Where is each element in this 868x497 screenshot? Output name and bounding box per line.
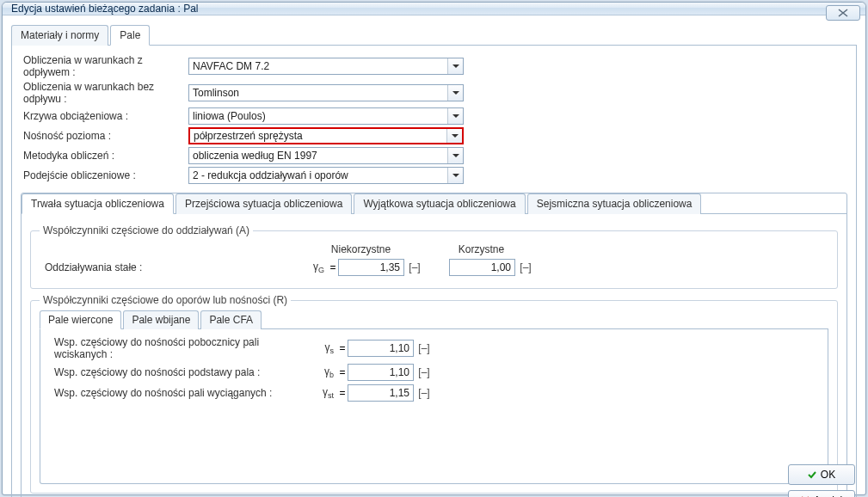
ok-button[interactable]: OK xyxy=(788,464,855,485)
form-row-drained: Obliczenia w warunkach z odpływem : NAVF… xyxy=(21,54,847,78)
eq-b: = xyxy=(337,366,348,378)
main-tabs: Materiały i normy Pale xyxy=(11,24,857,46)
label-approach: Podejście obliczeniowe : xyxy=(21,169,188,181)
combo-drained-value: NAVFAC DM 7.2 xyxy=(188,58,464,75)
window-title: Edycja ustawień bieżącego zadania : Pal xyxy=(11,3,198,15)
situation-tabs: Trwała sytuacja obliczeniowa Przejściowa… xyxy=(22,193,846,214)
symbol-gamma-g: γG xyxy=(298,261,328,274)
tab-driven-piles[interactable]: Pale wbijane xyxy=(123,310,199,329)
row-gamma-s: Wsp. częściowy do nośności pobocznicy pa… xyxy=(49,336,819,360)
chevron-down-icon[interactable] xyxy=(446,129,462,143)
content-area: Materiały i normy Pale Obliczenia w waru… xyxy=(3,15,865,497)
tab-piles[interactable]: Pale xyxy=(110,25,150,46)
chevron-down-icon[interactable] xyxy=(447,58,463,74)
unit-st: [–] xyxy=(414,387,434,399)
tab-transient-situation[interactable]: Przejściowa sytuacja obliczeniowa xyxy=(175,193,352,214)
input-gamma-st[interactable] xyxy=(348,384,414,402)
combo-horizontal-value: półprzestrzeń sprężysta xyxy=(188,127,464,144)
combo-methodology-value: obliczenia według EN 1997 xyxy=(188,147,464,164)
combo-methodology[interactable]: obliczenia według EN 1997 xyxy=(188,147,464,164)
ok-button-label: OK xyxy=(821,469,835,481)
label-permanent-actions: Oddziaływania stałe : xyxy=(40,261,298,273)
chevron-down-icon[interactable] xyxy=(447,168,463,183)
combo-drained[interactable]: NAVFAC DM 7.2 xyxy=(188,58,464,75)
form-row-approach: Podejście obliczeniowe : 2 - redukcja od… xyxy=(21,167,847,184)
tab-accidental-situation[interactable]: Wyjątkowa sytuacja obliczeniowa xyxy=(354,193,525,214)
tab-materials[interactable]: Materiały i normy xyxy=(11,25,108,46)
label-undrained: Obliczenia w warunkach bez odpływu : xyxy=(21,81,188,105)
label-horizontal: Nośność pozioma : xyxy=(21,130,188,142)
label-gamma-b: Wsp. częściowy do nośności podstawy pala… xyxy=(49,366,307,378)
check-icon xyxy=(808,470,816,479)
row-permanent-actions: Oddziaływania stałe : γG = [–] [–] xyxy=(40,259,828,276)
headers-actions: Niekorzystne Korzystne xyxy=(40,243,828,255)
symbol-gamma-b: γb xyxy=(307,365,337,379)
label-drained: Obliczenia w warunkach z odpływem : xyxy=(21,54,188,78)
label-gamma-st: Wsp. częściowy do nośności pali wyciągan… xyxy=(49,387,307,399)
symbol-gamma-s: γs xyxy=(307,341,337,355)
situations-frame: Trwała sytuacja obliczeniowa Przejściowa… xyxy=(21,193,847,497)
unit-2: [–] xyxy=(515,261,536,273)
unit-s: [–] xyxy=(414,342,434,354)
form-row-undrained: Obliczenia w warunkach bez odpływu : Tom… xyxy=(21,81,847,105)
label-loadcurve: Krzywa obciążeniowa : xyxy=(21,110,188,122)
combo-undrained[interactable]: Tomlinson xyxy=(188,84,464,101)
hdr-unfavourable: Niekorzystne xyxy=(328,243,394,255)
input-gamma-s[interactable] xyxy=(348,340,414,357)
unit-1: [–] xyxy=(404,261,425,273)
combo-undrained-value: Tomlinson xyxy=(188,84,464,101)
titlebar: Edycja ustawień bieżącego zadania : Pal xyxy=(3,3,865,15)
input-gamma-b[interactable] xyxy=(348,364,414,381)
form-row-methodology: Metodyka obliczeń : obliczenia według EN… xyxy=(21,147,847,164)
eq-1: = xyxy=(328,261,338,273)
combo-approach-value: 2 - redukcja oddziaływań i oporów xyxy=(188,167,464,184)
dialog-window: Edycja ustawień bieżącego zadania : Pal … xyxy=(2,2,866,495)
combo-approach[interactable]: 2 - redukcja oddziaływań i oporów xyxy=(188,167,464,184)
eq-st: = xyxy=(337,387,348,399)
input-gamma-g-fav[interactable] xyxy=(449,259,515,276)
group-actions-legend: Współczynniki częściowe do oddziaływań (… xyxy=(40,224,253,236)
row-gamma-st: Wsp. częściowy do nośności pali wyciągan… xyxy=(49,384,819,402)
form-row-horizontal: Nośność pozioma : półprzestrzeń sprężyst… xyxy=(21,127,847,144)
group-resistance-legend: Współczynniki częściowe do oporów lub no… xyxy=(40,294,291,306)
tab-body: Obliczenia w warunkach z odpływem : NAVF… xyxy=(11,46,857,497)
eq-s: = xyxy=(337,342,348,354)
chevron-down-icon[interactable] xyxy=(447,148,463,163)
cancel-button[interactable]: Anuluj xyxy=(788,490,855,497)
combo-loadcurve[interactable]: liniowa (Poulos) xyxy=(188,107,464,125)
combo-loadcurve-value: liniowa (Poulos) xyxy=(188,107,464,125)
group-resistance: Współczynniki częściowe do oporów lub no… xyxy=(30,294,838,494)
label-gamma-s: Wsp. częściowy do nośności pobocznicy pa… xyxy=(49,336,307,360)
tab-bored-piles[interactable]: Pale wiercone xyxy=(40,310,121,329)
tab-permanent-situation[interactable]: Trwała sytuacja obliczeniowa xyxy=(22,193,174,214)
pile-type-body: Wsp. częściowy do nośności pobocznicy pa… xyxy=(40,329,828,484)
input-gamma-g-unfav[interactable] xyxy=(338,259,404,276)
unit-b: [–] xyxy=(414,366,434,378)
tab-seismic-situation[interactable]: Sejsmiczna sytuacja obliczeniowa xyxy=(527,193,702,214)
chevron-down-icon[interactable] xyxy=(447,108,463,124)
combo-horizontal[interactable]: półprzestrzeń sprężysta xyxy=(188,127,464,144)
group-actions: Współczynniki częściowe do oddziaływań (… xyxy=(30,224,838,289)
row-gamma-b: Wsp. częściowy do nośności podstawy pala… xyxy=(49,364,819,381)
tab-cfa-piles[interactable]: Pale CFA xyxy=(200,310,262,329)
button-bar: OK Anuluj xyxy=(788,464,855,497)
form-row-loadcurve: Krzywa obciążeniowa : liniowa (Poulos) xyxy=(21,107,847,125)
situation-body: Współczynniki częściowe do oddziaływań (… xyxy=(22,214,846,497)
symbol-gamma-st: γst xyxy=(307,386,337,400)
hdr-favourable: Korzystne xyxy=(448,243,514,255)
label-methodology: Metodyka obliczeń : xyxy=(21,150,188,162)
pile-type-tabs: Pale wiercone Pale wbijane Pale CFA xyxy=(40,310,828,329)
chevron-down-icon[interactable] xyxy=(447,85,463,101)
